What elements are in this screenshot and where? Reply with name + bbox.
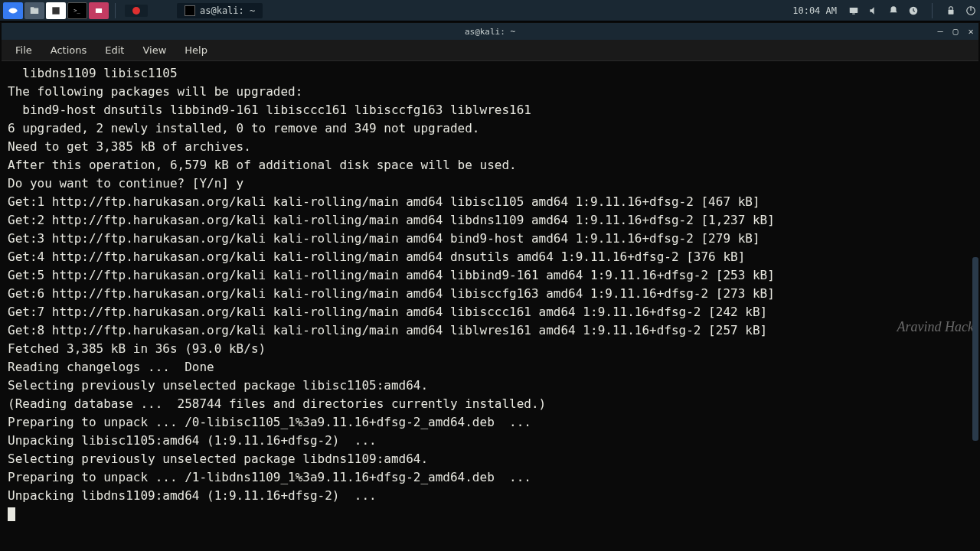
window-controls: ‒ ▢ ✕ <box>933 24 978 39</box>
svg-rect-2 <box>52 7 59 14</box>
terminal-task-icon <box>185 5 195 16</box>
kali-menu-icon[interactable] <box>3 2 23 19</box>
menu-actions[interactable]: Actions <box>43 41 95 59</box>
svg-rect-6 <box>852 13 855 14</box>
panel-clock[interactable]: 10:04 AM <box>789 5 840 16</box>
file-manager-icon[interactable] <box>24 2 44 19</box>
window-titlebar[interactable]: as@kali: ~ ‒ ▢ ✕ <box>2 23 978 40</box>
taskbar-terminal[interactable]: as@kali: ~ <box>177 3 263 18</box>
browser-icon[interactable] <box>46 2 66 19</box>
screenshot-tool-icon[interactable] <box>89 2 109 19</box>
window-minimize-button[interactable]: ‒ <box>933 24 948 39</box>
taskbar-recorder[interactable] <box>125 5 148 17</box>
panel-launchers: >_ as@kali: ~ <box>3 2 263 19</box>
display-icon[interactable] <box>848 5 860 17</box>
svg-text:>_: >_ <box>74 8 80 14</box>
power-icon[interactable] <box>965 5 977 17</box>
terminal-scrollbar[interactable] <box>972 257 978 441</box>
lock-icon[interactable] <box>945 5 957 17</box>
terminal-window: as@kali: ~ ‒ ▢ ✕ File Actions Edit View … <box>2 23 978 549</box>
menu-view[interactable]: View <box>135 41 174 59</box>
record-icon <box>132 7 140 15</box>
menu-edit[interactable]: Edit <box>97 41 132 59</box>
svg-rect-4 <box>96 8 102 13</box>
desktop-panel: >_ as@kali: ~ 10:04 AM <box>0 0 980 21</box>
panel-separator-right <box>932 3 933 18</box>
terminal-menubar: File Actions Edit View Help <box>2 40 978 61</box>
svg-rect-5 <box>850 7 858 12</box>
menu-help[interactable]: Help <box>177 41 215 59</box>
updates-icon[interactable] <box>907 5 920 17</box>
panel-separator <box>115 3 116 18</box>
svg-rect-1 <box>31 7 34 8</box>
volume-icon[interactable] <box>867 5 880 17</box>
window-close-button[interactable]: ✕ <box>963 24 978 39</box>
terminal-output[interactable]: libdns1109 libisc1105 The following pack… <box>2 61 978 549</box>
terminal-launcher-icon[interactable]: >_ <box>67 2 87 19</box>
window-maximize-button[interactable]: ▢ <box>948 24 963 39</box>
taskbar-terminal-label: as@kali: ~ <box>200 5 255 16</box>
panel-tray: 10:04 AM <box>789 3 977 18</box>
svg-rect-8 <box>949 9 954 14</box>
window-title: as@kali: ~ <box>465 27 515 37</box>
notifications-icon[interactable] <box>887 5 900 17</box>
terminal-cursor <box>8 507 15 521</box>
menu-file[interactable]: File <box>8 41 40 59</box>
